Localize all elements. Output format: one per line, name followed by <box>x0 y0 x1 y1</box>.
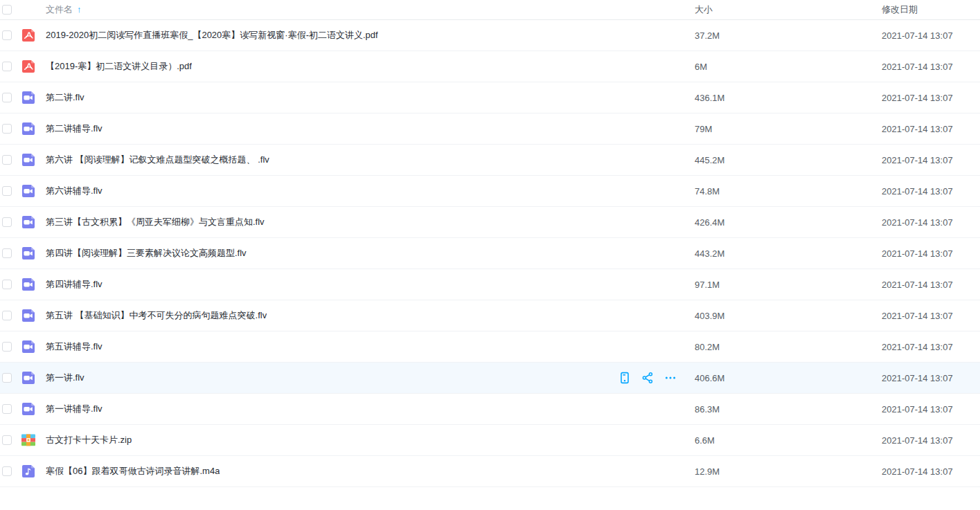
video-file-icon <box>21 122 46 136</box>
file-size: 74.8M <box>695 186 882 197</box>
video-file-icon <box>21 153 46 167</box>
file-size: 403.9M <box>695 311 882 321</box>
table-row[interactable]: 第四讲辅导.flv 97.1M 2021-07-14 13:07 <box>0 269 980 300</box>
file-size: 443.2M <box>695 248 882 259</box>
file-table: 文件名↑ 大小 修改日期 2019-2020初二阅读写作直播班寒假_【2020寒… <box>0 0 980 487</box>
file-date: 2021-07-14 13:07 <box>882 373 980 383</box>
file-date: 2021-07-14 13:07 <box>882 186 980 197</box>
file-date: 2021-07-14 13:07 <box>882 435 980 446</box>
table-row[interactable]: 【2019-寒】初二语文讲义目录）.pdf 6M 2021-07-14 13:0… <box>0 51 980 82</box>
table-row[interactable]: 第三讲【古文积累】《周亚夫军细柳》与文言重点知.flv 426.4M 2021-… <box>0 207 980 238</box>
video-file-icon <box>21 402 46 416</box>
file-name-link[interactable]: 【2019-寒】初二语文讲义目录）.pdf <box>46 60 192 73</box>
table-row[interactable]: 第二讲辅导.flv 79M 2021-07-14 13:07 <box>0 113 980 145</box>
table-row[interactable]: 第六讲辅导.flv 74.8M 2021-07-14 13:07 <box>0 176 980 207</box>
file-name-link[interactable]: 第六讲 【阅读理解】记叙文难点题型突破之概括题、 .flv <box>46 154 269 166</box>
share-icon[interactable] <box>641 372 654 384</box>
pdf-file-icon <box>21 60 46 73</box>
file-date: 2021-07-14 13:07 <box>882 404 980 415</box>
file-size: 86.3M <box>695 404 882 415</box>
file-name-link[interactable]: 第四讲辅导.flv <box>46 278 103 291</box>
file-name-link[interactable]: 第一讲辅导.flv <box>46 403 103 415</box>
more-icon[interactable] <box>664 372 677 384</box>
table-row[interactable]: 古文打卡十天卡片.zip 6.6M 2021-07-14 13:07 <box>0 425 980 456</box>
row-checkbox[interactable] <box>2 373 12 383</box>
header-date-label[interactable]: 修改日期 <box>882 3 980 16</box>
file-date: 2021-07-14 13:07 <box>882 248 980 259</box>
file-size: 12.9M <box>695 466 882 477</box>
header-size-label[interactable]: 大小 <box>695 3 882 16</box>
file-size: 79M <box>695 124 882 134</box>
file-size: 6.6M <box>695 435 882 446</box>
video-file-icon <box>21 371 46 385</box>
file-date: 2021-07-14 13:07 <box>882 30 980 41</box>
file-name-link[interactable]: 第六讲辅导.flv <box>46 185 103 197</box>
file-name-link[interactable]: 第五讲 【基础知识】中考不可失分的病句题难点突破.flv <box>46 309 267 322</box>
row-checkbox[interactable] <box>2 280 12 289</box>
video-file-icon <box>21 215 46 229</box>
file-size: 426.4M <box>695 217 882 228</box>
file-name-link[interactable]: 古文打卡十天卡片.zip <box>46 434 132 446</box>
select-all-checkbox[interactable] <box>2 5 12 15</box>
file-name-link[interactable]: 第二讲.flv <box>46 91 84 104</box>
file-date: 2021-07-14 13:07 <box>882 311 980 321</box>
table-row[interactable]: 第二讲.flv 436.1M 2021-07-14 13:07 <box>0 82 980 113</box>
file-size: 436.1M <box>695 93 882 103</box>
row-checkbox[interactable] <box>2 342 12 352</box>
file-date: 2021-07-14 13:07 <box>882 280 980 290</box>
file-name-link[interactable]: 2019-2020初二阅读写作直播班寒假_【2020寒】读写新视窗·寒假-初二语… <box>46 29 378 42</box>
table-row[interactable]: 第四讲【阅读理解】三要素解决议论文高频题型.flv 443.2M 2021-07… <box>0 238 980 269</box>
row-checkbox[interactable] <box>2 466 12 476</box>
file-name-link[interactable]: 第五讲辅导.flv <box>46 340 103 353</box>
sort-ascending-icon[interactable]: ↑ <box>77 4 82 15</box>
table-row[interactable]: 第六讲 【阅读理解】记叙文难点题型突破之概括题、 .flv 445.2M 202… <box>0 145 980 176</box>
save-to-phone-icon[interactable] <box>618 372 631 384</box>
file-date: 2021-07-14 13:07 <box>882 217 980 228</box>
table-row[interactable]: 第五讲辅导.flv 80.2M 2021-07-14 13:07 <box>0 331 980 363</box>
row-checkbox[interactable] <box>2 404 12 414</box>
table-row[interactable]: 寒假【06】跟着双哥做古诗词录音讲解.m4a 12.9M 2021-07-14 … <box>0 456 980 487</box>
table-header: 文件名↑ 大小 修改日期 <box>0 0 980 20</box>
header-name-cell: 文件名↑ <box>46 3 695 16</box>
file-size: 97.1M <box>695 280 882 290</box>
file-name-link[interactable]: 寒假【06】跟着双哥做古诗词录音讲解.m4a <box>46 465 220 477</box>
row-checkbox[interactable] <box>2 155 12 165</box>
file-date: 2021-07-14 13:07 <box>882 342 980 352</box>
file-date: 2021-07-14 13:07 <box>882 124 980 134</box>
file-name-link[interactable]: 第四讲【阅读理解】三要素解决议论文高频题型.flv <box>46 247 247 259</box>
file-name-link[interactable]: 第三讲【古文积累】《周亚夫军细柳》与文言重点知.flv <box>46 216 265 228</box>
video-file-icon <box>21 340 46 354</box>
table-row[interactable]: 第一讲辅导.flv 86.3M 2021-07-14 13:07 <box>0 394 980 425</box>
file-date: 2021-07-14 13:07 <box>882 155 980 165</box>
file-size: 445.2M <box>695 155 882 165</box>
row-checkbox[interactable] <box>2 311 12 320</box>
table-row[interactable]: 2019-2020初二阅读写作直播班寒假_【2020寒】读写新视窗·寒假-初二语… <box>0 20 980 51</box>
file-date: 2021-07-14 13:07 <box>882 93 980 103</box>
file-size: 406.6M <box>695 373 882 383</box>
row-checkbox[interactable] <box>2 30 12 40</box>
audio-file-icon <box>21 464 46 478</box>
file-date: 2021-07-14 13:07 <box>882 62 980 72</box>
row-checkbox[interactable] <box>2 435 12 445</box>
file-size: 37.2M <box>695 30 882 41</box>
row-checkbox[interactable] <box>2 217 12 227</box>
row-checkbox[interactable] <box>2 186 12 196</box>
header-name-label[interactable]: 文件名 <box>46 4 73 15</box>
file-name-link[interactable]: 第一讲.flv <box>46 372 84 384</box>
video-file-icon <box>21 184 46 198</box>
file-size: 80.2M <box>695 342 882 352</box>
video-file-icon <box>21 246 46 260</box>
table-row[interactable]: 第一讲.flv 406.6M 2021-07-14 13:07 <box>0 363 980 394</box>
row-checkbox[interactable] <box>2 93 12 102</box>
video-file-icon <box>21 309 46 322</box>
row-checkbox[interactable] <box>2 248 12 258</box>
file-name-link[interactable]: 第二讲辅导.flv <box>46 122 103 135</box>
file-date: 2021-07-14 13:07 <box>882 466 980 477</box>
row-checkbox[interactable] <box>2 62 12 71</box>
row-checkbox[interactable] <box>2 124 12 134</box>
pdf-file-icon <box>21 28 46 42</box>
table-row[interactable]: 第五讲 【基础知识】中考不可失分的病句题难点突破.flv 403.9M 2021… <box>0 300 980 331</box>
file-list: 2019-2020初二阅读写作直播班寒假_【2020寒】读写新视窗·寒假-初二语… <box>0 20 980 487</box>
file-size: 6M <box>695 62 882 72</box>
zip-file-icon <box>21 433 46 447</box>
